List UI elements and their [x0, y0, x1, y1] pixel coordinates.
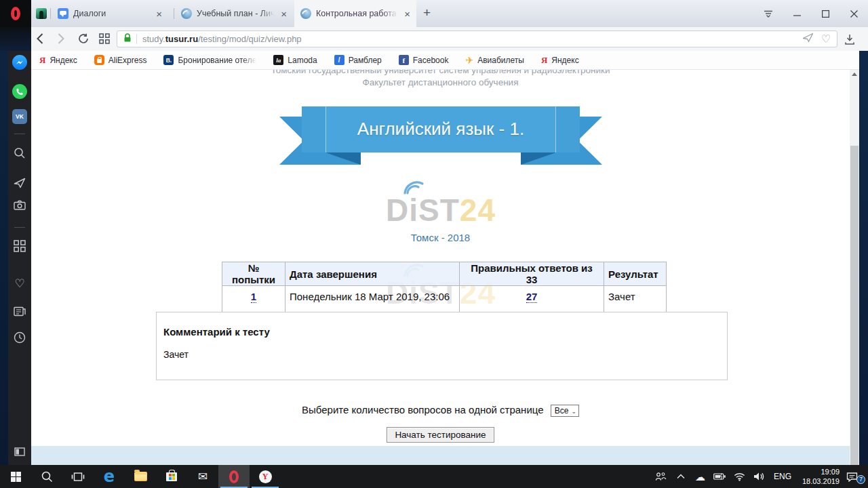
- taskbar-search-icon[interactable]: [31, 465, 62, 488]
- wifi-icon[interactable]: [730, 472, 749, 481]
- language-indicator[interactable]: ENG: [769, 472, 796, 481]
- bookmark-heart-icon[interactable]: ♡: [821, 34, 831, 45]
- tab-label: Контрольная работа по д: [316, 9, 399, 18]
- windows-taskbar: e ✉ Y ☁ ENG 19:09 18.03.2019 7: [0, 465, 868, 488]
- whatsapp-icon[interactable]: [8, 84, 31, 99]
- minimize-button[interactable]: [783, 0, 811, 27]
- snapshot-camera-icon[interactable]: [8, 200, 31, 210]
- chevron-down-icon: ⌄: [571, 408, 576, 415]
- bookmarks-heart-icon[interactable]: ♡: [8, 278, 31, 289]
- opera-taskbar-icon[interactable]: [218, 465, 250, 488]
- yandex-icon: Я: [39, 56, 45, 64]
- bookmark-lamoda[interactable]: la Lamoda: [273, 55, 317, 65]
- speed-dial-grid-icon[interactable]: [8, 240, 31, 252]
- chat-bubble-icon: [58, 8, 68, 19]
- microsoft-store-icon[interactable]: [156, 465, 187, 488]
- scrollbar-thumb[interactable]: [850, 146, 859, 465]
- history-clock-icon[interactable]: [8, 331, 31, 344]
- tusur-logo-icon: [181, 8, 192, 19]
- date: 18.03.2019: [796, 476, 840, 486]
- browser-toolbar: study.tusur.ru/testing/mod/quiz/view.php…: [31, 27, 868, 51]
- task-view-icon[interactable]: [62, 465, 94, 488]
- city-year: Томск - 2018: [31, 232, 850, 243]
- tab-separator: [174, 8, 174, 19]
- bookmark-yandex[interactable]: Я Яндекс: [39, 56, 77, 65]
- forward-icon[interactable]: [58, 33, 64, 47]
- opera-menu-button[interactable]: [0, 0, 31, 27]
- start-test-button[interactable]: Начать тестирование: [387, 427, 494, 443]
- booking-icon: B.: [163, 55, 174, 65]
- tab-study-plan[interactable]: Учебный план - Личный ×: [175, 0, 293, 27]
- bookmark-facebook[interactable]: f Facebook: [399, 55, 449, 65]
- page-scrollbar[interactable]: [850, 70, 859, 465]
- tab-test-active[interactable]: Контрольная работа по д ×: [294, 0, 416, 27]
- pinned-tab[interactable]: [36, 8, 47, 19]
- sidebar-setup-icon[interactable]: [8, 447, 31, 456]
- tab-dialogs[interactable]: Диалоги ×: [52, 0, 168, 27]
- downloads-icon[interactable]: [844, 34, 855, 47]
- bookmark-booking[interactable]: B. Бронирование отеле: [163, 55, 256, 65]
- table-row: 1 Понедельник 18 Март 2019, 23:06 27 Зач…: [222, 286, 667, 314]
- tab-close-icon[interactable]: ×: [156, 9, 162, 19]
- page-content: Томский государственный университет сист…: [31, 70, 850, 465]
- notification-badge: 7: [856, 475, 865, 484]
- comment-title: Комментарий к тесту: [163, 326, 727, 338]
- desktop-edge-right: [859, 51, 868, 465]
- aliexpress-bag-icon: [94, 55, 104, 65]
- share-flow-icon[interactable]: [802, 33, 814, 45]
- speed-dial-icon[interactable]: [99, 33, 110, 47]
- attempt-number-link[interactable]: 1: [251, 291, 256, 303]
- questions-per-page-select[interactable]: Все⌄: [551, 405, 579, 417]
- people-icon[interactable]: [651, 472, 671, 481]
- col-attempt-number: № попытки: [222, 262, 285, 286]
- maximize-button[interactable]: [811, 0, 840, 27]
- reload-icon[interactable]: [78, 33, 90, 47]
- tab-close-icon[interactable]: ×: [404, 9, 410, 19]
- new-tab-button[interactable]: +: [423, 5, 431, 20]
- col-correct-answers: Правильных ответов из 33: [460, 262, 604, 286]
- mail-icon[interactable]: ✉: [187, 465, 218, 488]
- bookmark-aliexpress[interactable]: AliExpress: [94, 55, 147, 65]
- onedrive-cloud-icon[interactable]: ☁: [690, 472, 710, 482]
- volume-icon[interactable]: [749, 472, 769, 481]
- opera-sidebar: VK ♡: [8, 51, 31, 465]
- personal-news-icon[interactable]: [8, 306, 31, 317]
- search-icon[interactable]: [8, 147, 31, 159]
- course-title: Английский язык - 1.: [326, 106, 556, 152]
- university-name: Томский государственный университет сист…: [31, 70, 850, 75]
- start-button[interactable]: [0, 465, 31, 488]
- toolbar-left-corner: [0, 27, 31, 51]
- chevron-up-icon[interactable]: [671, 474, 690, 479]
- battery-icon[interactable]: [710, 472, 730, 481]
- tab-close-icon[interactable]: ×: [281, 9, 287, 19]
- scrollbar-up-arrow[interactable]: [852, 73, 857, 76]
- vk-icon[interactable]: VK: [8, 109, 31, 124]
- test-comment-box: Комментарий к тесту Зачет: [156, 312, 728, 380]
- clock[interactable]: 19:09 18.03.2019: [796, 467, 840, 487]
- result-cell: Зачет: [604, 286, 667, 314]
- signal-arcs-icon: [400, 177, 426, 195]
- desktop-edge-left: [0, 51, 8, 465]
- tab-search-icon[interactable]: [754, 0, 783, 27]
- yandex-browser-icon[interactable]: Y: [250, 465, 281, 488]
- back-icon[interactable]: [37, 33, 43, 47]
- address-bar[interactable]: study.tusur.ru/testing/mod/quiz/view.php…: [117, 30, 837, 47]
- comment-text: Зачет: [163, 349, 727, 360]
- bookmark-aviabilety[interactable]: ✈ Авиабилеты: [465, 56, 524, 65]
- file-explorer-icon[interactable]: [125, 465, 156, 488]
- correct-answers-link[interactable]: 27: [526, 291, 538, 303]
- course-banner-ribbon: Английский язык - 1.: [279, 106, 602, 165]
- action-center-icon[interactable]: 7: [840, 472, 865, 482]
- messenger-icon[interactable]: [8, 55, 31, 70]
- my-flow-send-icon[interactable]: [8, 178, 31, 188]
- address-divider: [136, 34, 137, 44]
- opera-logo-icon: [11, 7, 20, 20]
- edge-icon[interactable]: e: [94, 465, 125, 488]
- questions-per-page-row: Выберите количество вопросов на одной ст…: [31, 404, 850, 417]
- bookmark-yandex-2[interactable]: Я Яндекс: [541, 56, 579, 65]
- tab-label: Диалоги: [73, 9, 151, 18]
- dist24-logo: DiST24: [332, 176, 549, 228]
- table-header-row: № попытки Дата завершения Правильных отв…: [222, 262, 667, 286]
- close-button[interactable]: [840, 0, 868, 27]
- bookmark-rambler[interactable]: / Рамблер: [334, 55, 382, 65]
